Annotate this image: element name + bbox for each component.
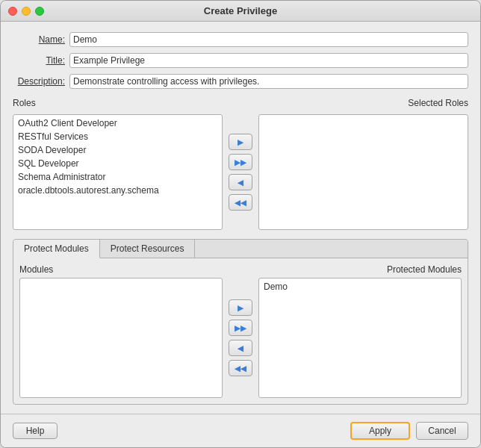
modules-move-left-all-button[interactable]: ◀◀ (229, 360, 252, 376)
list-item[interactable]: Schema Administrator (13, 170, 222, 184)
roles-available-list[interactable]: OAuth2 Client Developer RESTful Services… (13, 114, 223, 230)
list-item[interactable]: SODA Developer (13, 143, 222, 157)
tab-bar: Protect Modules Protect Resources (13, 240, 468, 258)
tab-content-modules: Modules Protected Modules ▶ ▶▶ ◀ ◀◀ Demo (13, 258, 468, 404)
action-buttons: Apply Cancel (350, 422, 468, 440)
bottom-bar: Help Apply Cancel (1, 414, 480, 447)
list-item[interactable]: SQL Developer (13, 157, 222, 170)
close-button[interactable] (8, 7, 17, 16)
tab-protect-resources[interactable]: Protect Resources (100, 240, 196, 258)
description-row: Description: (13, 74, 468, 89)
tabs-container: Protect Modules Protect Resources Module… (13, 239, 468, 405)
title-label: Title: (13, 55, 65, 66)
modules-selected-list[interactable]: Demo (258, 278, 462, 398)
title-bar: Create Privilege (1, 1, 480, 22)
list-item[interactable]: RESTful Services (13, 130, 222, 143)
description-input[interactable] (69, 74, 468, 89)
window-title: Create Privilege (204, 5, 277, 16)
name-row: Name: (13, 32, 468, 47)
modules-available-list[interactable] (19, 278, 223, 398)
maximize-button[interactable] (35, 7, 44, 16)
roles-panel: OAuth2 Client Developer RESTful Services… (13, 114, 468, 230)
modules-move-left-button[interactable]: ◀ (229, 340, 252, 356)
roles-header: Roles Selected Roles (13, 98, 468, 108)
move-right-button[interactable]: ▶ (229, 134, 252, 150)
description-label: Description: (13, 76, 65, 87)
title-input[interactable] (69, 53, 468, 68)
roles-left-label: Roles (13, 98, 36, 108)
modules-transfer-buttons: ▶ ▶▶ ◀ ◀◀ (226, 278, 255, 398)
move-right-all-button[interactable]: ▶▶ (229, 154, 252, 170)
list-item[interactable]: OAuth2 Client Developer (13, 116, 222, 130)
modules-move-right-all-button[interactable]: ▶▶ (229, 320, 252, 336)
roles-selected-list[interactable] (258, 114, 468, 230)
modules-move-right-button[interactable]: ▶ (229, 299, 252, 316)
move-left-button[interactable]: ◀ (229, 174, 252, 190)
tab-protect-modules[interactable]: Protect Modules (13, 240, 100, 258)
minimize-button[interactable] (22, 7, 31, 16)
title-row: Title: (13, 53, 468, 68)
help-button[interactable]: Help (13, 423, 58, 439)
traffic-lights (8, 7, 44, 16)
cancel-button[interactable]: Cancel (416, 422, 468, 440)
create-privilege-window: Create Privilege Name: Title: Descriptio… (0, 0, 481, 448)
list-item[interactable]: oracle.dbtools.autorest.any.schema (13, 184, 222, 197)
name-label: Name: (13, 34, 65, 45)
list-item[interactable]: Demo (259, 280, 461, 293)
apply-button[interactable]: Apply (350, 422, 410, 440)
modules-panel: ▶ ▶▶ ◀ ◀◀ Demo (19, 278, 462, 398)
move-left-all-button[interactable]: ◀◀ (229, 194, 252, 211)
modules-right-label: Protected Modules (387, 264, 462, 275)
roles-transfer-buttons: ▶ ▶▶ ◀ ◀◀ (226, 114, 255, 230)
main-content: Name: Title: Description: Roles Selected… (1, 22, 480, 414)
modules-left-label: Modules (19, 264, 53, 275)
roles-right-label: Selected Roles (408, 98, 468, 108)
modules-header: Modules Protected Modules (19, 264, 462, 275)
name-input[interactable] (69, 32, 468, 47)
